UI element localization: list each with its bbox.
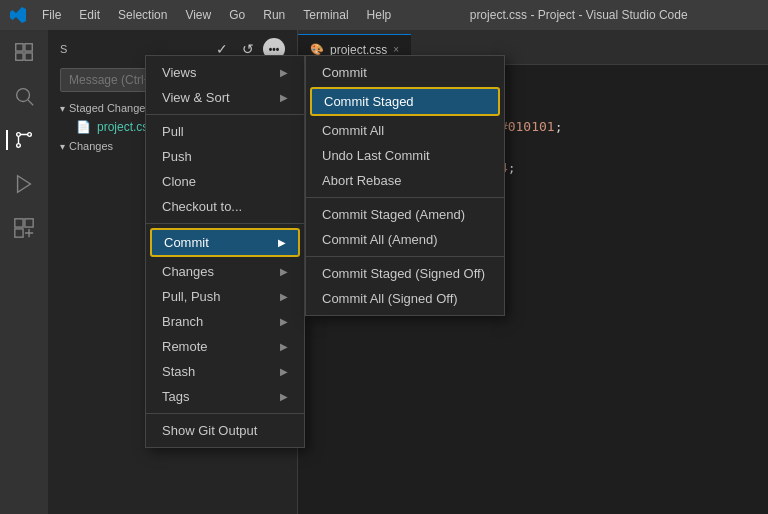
menu-tags[interactable]: Tags ▶ bbox=[146, 384, 304, 409]
menu-stash[interactable]: Stash ▶ bbox=[146, 359, 304, 384]
svg-rect-1 bbox=[25, 44, 32, 51]
arrow-icon: ▶ bbox=[280, 391, 288, 402]
changes-chevron-icon: ▾ bbox=[60, 141, 65, 152]
file-icon: 📄 bbox=[76, 120, 91, 134]
svg-rect-0 bbox=[16, 44, 23, 51]
separator bbox=[146, 223, 304, 224]
context-menu-level2: Commit Commit Staged Commit All Undo Las… bbox=[305, 55, 505, 316]
arrow-icon: ▶ bbox=[280, 316, 288, 327]
menu-selection[interactable]: Selection bbox=[110, 6, 175, 24]
menu-go[interactable]: Go bbox=[221, 6, 253, 24]
title-bar-left: File Edit Selection View Go Run Terminal… bbox=[10, 6, 399, 24]
arrow-icon: ▶ bbox=[280, 341, 288, 352]
arrow-icon: ▶ bbox=[280, 67, 288, 78]
menu-push[interactable]: Push bbox=[146, 144, 304, 169]
debug-activity-icon[interactable] bbox=[6, 166, 42, 202]
arrow-icon: ▶ bbox=[280, 366, 288, 377]
svg-rect-10 bbox=[15, 219, 23, 227]
separator bbox=[306, 197, 504, 198]
menu-checkout[interactable]: Checkout to... bbox=[146, 194, 304, 219]
svg-rect-3 bbox=[25, 53, 32, 60]
svg-marker-9 bbox=[18, 176, 31, 193]
menu-commit-staged-amend[interactable]: Commit Staged (Amend) bbox=[306, 202, 504, 227]
explorer-activity-icon[interactable] bbox=[6, 34, 42, 70]
scm-title: S bbox=[60, 43, 68, 55]
arrow-icon: ▶ bbox=[280, 266, 288, 277]
menu-view-sort[interactable]: View & Sort ▶ bbox=[146, 85, 304, 110]
menu-undo-last-commit[interactable]: Undo Last Commit bbox=[306, 143, 504, 168]
svg-point-6 bbox=[17, 133, 21, 137]
menu-run[interactable]: Run bbox=[255, 6, 293, 24]
menu-help[interactable]: Help bbox=[359, 6, 400, 24]
separator bbox=[146, 413, 304, 414]
menu-show-git-output[interactable]: Show Git Output bbox=[146, 418, 304, 443]
svg-rect-12 bbox=[15, 229, 23, 237]
changes-label: Changes bbox=[69, 140, 113, 152]
activity-bar bbox=[0, 30, 48, 514]
svg-point-4 bbox=[17, 89, 30, 102]
arrow-icon: ▶ bbox=[280, 291, 288, 302]
svg-line-5 bbox=[28, 100, 33, 105]
staged-chevron-icon: ▾ bbox=[60, 103, 65, 114]
menu-edit[interactable]: Edit bbox=[71, 6, 108, 24]
svg-rect-2 bbox=[16, 53, 23, 60]
menu-changes[interactable]: Changes ▶ bbox=[146, 259, 304, 284]
source-control-activity-icon[interactable] bbox=[6, 122, 42, 158]
separator bbox=[146, 114, 304, 115]
arrow-icon: ▶ bbox=[278, 237, 286, 248]
search-activity-icon[interactable] bbox=[6, 78, 42, 114]
vscode-logo-icon bbox=[10, 7, 26, 23]
staged-changes-label: Staged Changes bbox=[69, 102, 151, 114]
menu-view[interactable]: View bbox=[177, 6, 219, 24]
menu-abort-rebase[interactable]: Abort Rebase bbox=[306, 168, 504, 193]
menu-branch[interactable]: Branch ▶ bbox=[146, 309, 304, 334]
title-bar: File Edit Selection View Go Run Terminal… bbox=[0, 0, 768, 30]
menu-commit-all[interactable]: Commit All bbox=[306, 118, 504, 143]
svg-point-7 bbox=[28, 133, 32, 137]
tab-close-button[interactable]: × bbox=[393, 44, 399, 55]
menu-clone[interactable]: Clone bbox=[146, 169, 304, 194]
menu-pull[interactable]: Pull bbox=[146, 119, 304, 144]
menu-file[interactable]: File bbox=[34, 6, 69, 24]
arrow-icon: ▶ bbox=[280, 92, 288, 103]
menu-views[interactable]: Views ▶ bbox=[146, 60, 304, 85]
svg-point-8 bbox=[17, 144, 21, 148]
menu-commit-plain[interactable]: Commit bbox=[306, 60, 504, 85]
menu-commit-staged-signed[interactable]: Commit Staged (Signed Off) bbox=[306, 261, 504, 286]
svg-rect-11 bbox=[25, 219, 33, 227]
menu-remote[interactable]: Remote ▶ bbox=[146, 334, 304, 359]
extensions-activity-icon[interactable] bbox=[6, 210, 42, 246]
menu-terminal[interactable]: Terminal bbox=[295, 6, 356, 24]
menu-commit[interactable]: Commit ▶ bbox=[150, 228, 300, 257]
menu-commit-all-amend[interactable]: Commit All (Amend) bbox=[306, 227, 504, 252]
menu-commit-staged[interactable]: Commit Staged bbox=[310, 87, 500, 116]
context-menu-level1: Views ▶ View & Sort ▶ Pull Push Clone Ch… bbox=[145, 55, 305, 448]
menu-bar: File Edit Selection View Go Run Terminal… bbox=[34, 6, 399, 24]
separator bbox=[306, 256, 504, 257]
menu-pull-push[interactable]: Pull, Push ▶ bbox=[146, 284, 304, 309]
window-title: project.css - Project - Visual Studio Co… bbox=[399, 8, 758, 22]
menu-commit-all-signed[interactable]: Commit All (Signed Off) bbox=[306, 286, 504, 311]
